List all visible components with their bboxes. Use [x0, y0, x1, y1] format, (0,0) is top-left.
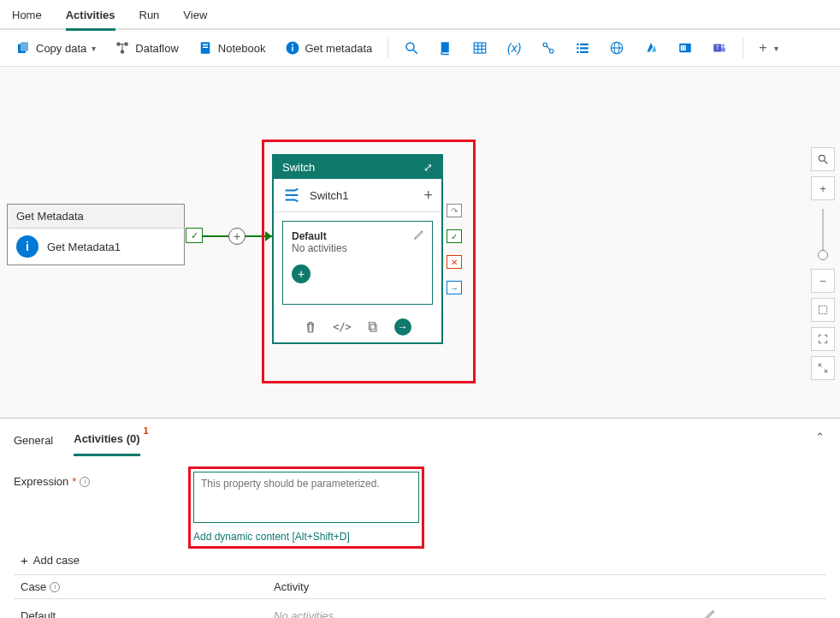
- toolbar-divider: [387, 38, 388, 58]
- list-icon[interactable]: [568, 37, 597, 59]
- svg-point-39: [819, 155, 825, 161]
- node-switch-footer: </> →: [274, 313, 441, 342]
- copy-data-button[interactable]: Copy data ▾: [9, 37, 103, 59]
- table-icon[interactable]: [465, 37, 494, 59]
- svg-rect-9: [292, 47, 293, 51]
- svg-text:T: T: [716, 45, 719, 51]
- tab-activities-count[interactable]: Activities (0) 1: [74, 427, 139, 456]
- skip-port-icon[interactable]: ↷: [447, 204, 462, 217]
- add-case-icon[interactable]: +: [423, 187, 433, 205]
- pipeline-canvas[interactable]: Get Metadata i Get Metadata1 ✓ + Switch …: [0, 67, 840, 418]
- search-icon[interactable]: [397, 37, 426, 59]
- svg-rect-26: [580, 51, 589, 53]
- activities-toolbar: Copy data ▾ Dataflow Notebook Get metada…: [0, 29, 840, 67]
- properties-panel: General Activities (0) 1 ⌃ Expression * …: [0, 418, 840, 618]
- svg-point-11: [406, 43, 414, 51]
- svg-rect-6: [203, 45, 208, 46]
- notebook-icon: [198, 40, 213, 56]
- svg-rect-7: [203, 47, 208, 49]
- svg-rect-37: [370, 324, 376, 331]
- zoom-out-button[interactable]: −: [811, 269, 835, 293]
- copy-data-icon: [15, 40, 31, 56]
- switch-default-case[interactable]: Default No activities +: [282, 221, 433, 305]
- dataflow-button[interactable]: Dataflow: [108, 37, 186, 59]
- add-dynamic-content-link[interactable]: Add dynamic content [Alt+Shift+D]: [193, 531, 419, 543]
- expand-icon[interactable]: ⤢: [423, 161, 433, 174]
- tab-activities[interactable]: Activities: [66, 5, 115, 31]
- svg-rect-36: [722, 47, 726, 51]
- info-icon: [285, 40, 300, 56]
- expression-input[interactable]: [193, 472, 419, 523]
- default-case-label: Default: [292, 230, 423, 242]
- edit-icon[interactable]: [703, 608, 819, 618]
- add-activity-button[interactable]: +: [292, 264, 311, 283]
- node-switch-name: Switch1: [310, 189, 415, 202]
- delete-icon[interactable]: [304, 320, 317, 334]
- zoom-in-button[interactable]: +: [811, 176, 835, 200]
- node-switch-header-label: Switch: [282, 161, 315, 174]
- connector-arrow: [265, 231, 272, 241]
- teams-icon[interactable]: T: [705, 37, 734, 59]
- node-get-metadata[interactable]: Get Metadata i Get Metadata1: [7, 204, 185, 265]
- code-icon[interactable]: </>: [333, 321, 352, 333]
- svg-rect-24: [580, 47, 589, 49]
- svg-line-40: [825, 161, 828, 164]
- fit-screen-icon[interactable]: [811, 298, 835, 322]
- svg-rect-38: [369, 323, 375, 330]
- svg-text:O: O: [682, 45, 685, 51]
- zoom-slider[interactable]: [822, 209, 824, 260]
- tab-run[interactable]: Run: [139, 5, 160, 28]
- add-case-button[interactable]: + Add case: [0, 550, 840, 574]
- case-row-default[interactable]: Default No activities: [14, 599, 826, 618]
- success-port-icon[interactable]: ✓: [186, 228, 203, 243]
- collapse-icon[interactable]: [811, 356, 835, 380]
- canvas-search-icon[interactable]: [811, 147, 835, 171]
- fail-port-icon[interactable]: ✕: [447, 255, 462, 269]
- svg-rect-21: [577, 44, 579, 45]
- expression-row: Expression * i Add dynamic content [Alt+…: [0, 456, 840, 550]
- expression-label: Expression: [14, 475, 68, 488]
- fullscreen-icon[interactable]: [811, 327, 835, 351]
- copy-icon[interactable]: [367, 321, 379, 333]
- pipeline-icon[interactable]: [534, 37, 563, 59]
- col-activity: Activity: [274, 580, 309, 593]
- azure-icon[interactable]: [636, 37, 665, 59]
- info-tooltip-icon[interactable]: i: [80, 477, 90, 487]
- node-get-metadata-header: Get Metadata: [8, 205, 184, 229]
- web-icon[interactable]: [602, 37, 631, 59]
- script-icon[interactable]: [431, 37, 460, 59]
- tab-activities-label: Activities (0): [74, 432, 139, 445]
- completion-port-icon[interactable]: →: [447, 281, 462, 294]
- chevron-down-icon: ▾: [92, 44, 96, 53]
- top-tabs: Home Activities Run View: [0, 0, 840, 29]
- edit-icon[interactable]: [413, 229, 425, 243]
- dataflow-icon: [115, 40, 130, 56]
- node-get-metadata-name: Get Metadata1: [47, 241, 121, 253]
- switch-output-ports: ↷ ✓ ✕ →: [447, 204, 462, 294]
- case-name: Default: [21, 609, 260, 618]
- get-metadata-button[interactable]: Get metadata: [278, 37, 380, 59]
- notebook-button[interactable]: Notebook: [191, 37, 273, 59]
- zoom-knob[interactable]: [818, 250, 828, 260]
- outlook-icon[interactable]: O: [671, 37, 700, 59]
- switch-icon: [282, 186, 301, 205]
- node-switch[interactable]: Switch ⤢ Switch1 + Default No activities…: [272, 154, 443, 344]
- case-activities: No activities: [274, 609, 689, 618]
- svg-line-12: [414, 50, 418, 54]
- tab-view[interactable]: View: [183, 5, 207, 28]
- variable-icon[interactable]: (x): [500, 37, 529, 59]
- collapse-panel-icon[interactable]: ⌃: [815, 431, 825, 443]
- info-tooltip-icon[interactable]: i: [50, 582, 60, 592]
- svg-rect-22: [580, 44, 589, 45]
- add-activity-connector[interactable]: +: [228, 228, 245, 245]
- case-table-header: Case i Activity: [14, 574, 826, 599]
- success-port-icon[interactable]: ✓: [447, 229, 462, 243]
- svg-rect-25: [577, 51, 579, 53]
- tab-general[interactable]: General: [14, 429, 53, 455]
- plus-icon: +: [21, 553, 28, 567]
- svg-point-10: [292, 44, 293, 45]
- tab-home[interactable]: Home: [12, 5, 42, 28]
- run-icon[interactable]: →: [394, 318, 411, 336]
- svg-rect-41: [819, 306, 826, 313]
- add-more-button[interactable]: +▾: [752, 37, 784, 59]
